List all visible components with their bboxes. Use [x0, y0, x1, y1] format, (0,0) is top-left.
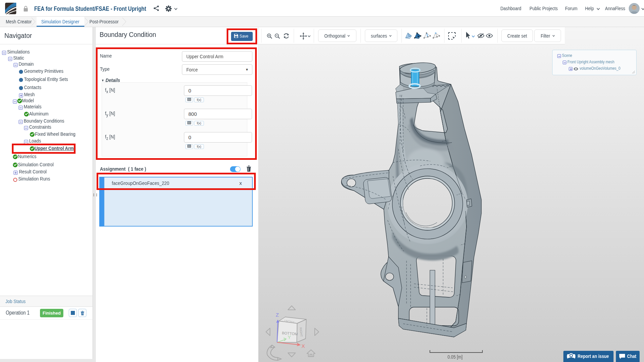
svg-text:X: X	[302, 343, 305, 349]
svg-text:Y: Y	[288, 334, 291, 340]
svg-text:Z: Z	[276, 312, 279, 318]
